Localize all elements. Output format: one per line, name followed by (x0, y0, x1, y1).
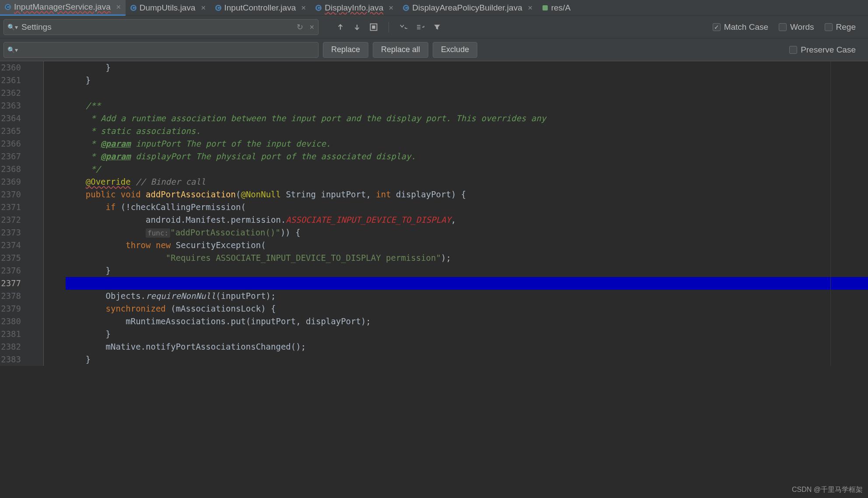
fold-column (26, 61, 44, 366)
find-toolbar (323, 22, 441, 32)
line-number: 2363 (0, 99, 21, 112)
code-line[interactable]: @Override // Binder call (66, 175, 868, 188)
filter-icon[interactable] (433, 23, 441, 32)
next-match-icon[interactable] (353, 23, 361, 32)
select-occurrences-icon[interactable] (416, 23, 425, 32)
java-file-icon: C (4, 4, 11, 11)
code-line[interactable]: /** (66, 99, 868, 112)
prev-match-icon[interactable] (336, 23, 345, 32)
close-tab-icon[interactable]: ✕ (525, 4, 533, 11)
code-line[interactable]: Objects.requireNonNull(inputPort); (66, 290, 868, 302)
tab-inputmanagerservice-java[interactable]: CInputManagerService.java✕ (0, 0, 126, 16)
code-editor[interactable]: 2360236123622363236423652366236723682369… (0, 61, 868, 366)
tab-res-a[interactable]: res/A (537, 0, 575, 16)
replace-input-box[interactable]: 🔍▾ (4, 42, 318, 58)
find-input-box[interactable]: 🔍▾ ↻ ✕ (4, 19, 318, 35)
line-number: 2362 (0, 87, 21, 99)
code-line[interactable]: synchronized (mAssociationsLock) { (66, 302, 868, 315)
code-line[interactable]: } (66, 61, 868, 74)
tab-displayareapolicybuilder-java[interactable]: CDisplayAreaPolicyBuilder.java✕ (398, 0, 537, 16)
svg-text:C: C (404, 5, 408, 11)
indent-guide-column (44, 61, 66, 366)
code-line[interactable]: } (66, 264, 868, 277)
code-line[interactable]: } (66, 74, 868, 87)
line-number: 2381 (0, 328, 21, 340)
svg-rect-12 (372, 25, 375, 29)
match-case-label: Match Case (724, 22, 768, 32)
preserve-case-label: Preserve Case (801, 45, 856, 55)
code-line[interactable]: "Requires ASSOCIATE_INPUT_DEVICE_TO_DISP… (66, 252, 868, 264)
code-line[interactable]: throw new SecurityException( (66, 239, 868, 252)
code-line[interactable]: } (66, 328, 868, 340)
replace-button[interactable]: Replace (323, 42, 368, 58)
search-icon: 🔍▾ (7, 46, 18, 53)
find-bar: 🔍▾ ↻ ✕ Match Case Words Rege (0, 16, 868, 39)
add-selection-icon[interactable] (399, 23, 408, 32)
code-line[interactable] (66, 277, 868, 290)
code-line[interactable]: */ (66, 163, 868, 175)
replace-all-button[interactable]: Replace all (373, 42, 428, 58)
right-margin-line (830, 61, 831, 366)
find-input[interactable] (21, 22, 293, 32)
java-file-icon: C (130, 4, 137, 11)
line-number: 2368 (0, 163, 21, 175)
java-file-icon: C (402, 4, 410, 11)
tab-label: InputController.java (224, 3, 296, 13)
line-number: 2365 (0, 125, 21, 137)
tab-label: DisplayAreaPolicyBuilder.java (412, 3, 522, 13)
code-line[interactable]: * static associations. (66, 125, 868, 137)
replace-input[interactable] (21, 45, 315, 55)
history-icon[interactable]: ↻ (297, 22, 303, 32)
words-check[interactable]: Words (779, 22, 814, 32)
close-tab-icon[interactable]: ✕ (198, 4, 206, 11)
search-icon: 🔍▾ (7, 24, 18, 31)
code-line[interactable] (66, 87, 868, 99)
checkbox-icon (825, 23, 833, 31)
svg-text:C: C (6, 4, 10, 10)
line-number: 2366 (0, 137, 21, 150)
replace-bar: 🔍▾ Replace Replace all Exclude Preserve … (0, 39, 868, 61)
select-all-icon[interactable] (369, 23, 378, 32)
line-number: 2379 (0, 302, 21, 315)
svg-text:C: C (217, 5, 220, 11)
checkbox-icon (713, 23, 721, 31)
code-line[interactable]: * @param displayPort The physical port o… (66, 150, 868, 163)
code-line[interactable]: * @param inputPort The port of the input… (66, 137, 868, 150)
regex-check[interactable]: Rege (825, 22, 856, 32)
line-number: 2374 (0, 239, 21, 252)
line-number: 2375 (0, 252, 21, 264)
code-line[interactable]: } (66, 353, 868, 366)
tab-displayinfo-java[interactable]: CDisplayInfo.java✕ (311, 0, 398, 16)
line-number: 2380 (0, 315, 21, 328)
exclude-button[interactable]: Exclude (433, 42, 477, 58)
code-line[interactable]: android.Manifest.permission.ASSOCIATE_IN… (66, 214, 868, 226)
line-number: 2361 (0, 74, 21, 87)
match-case-check[interactable]: Match Case (713, 22, 768, 32)
close-tab-icon[interactable]: ✕ (386, 4, 394, 11)
code-line[interactable]: mRuntimeAssociations.put(inputPort, disp… (66, 315, 868, 328)
clear-find-icon[interactable]: ✕ (307, 24, 315, 31)
code-line[interactable]: * Add a runtime association between the … (66, 112, 868, 125)
tab-dumputils-java[interactable]: CDumpUtils.java✕ (126, 0, 210, 16)
tab-inputcontroller-java[interactable]: CInputController.java✕ (210, 0, 311, 16)
line-number: 2377 (0, 277, 21, 290)
line-number: 2383 (0, 353, 21, 366)
close-tab-icon[interactable]: ✕ (113, 4, 121, 11)
code-area[interactable]: } } /** * Add a runtime association betw… (66, 61, 868, 366)
preserve-case-check[interactable]: Preserve Case (789, 45, 856, 55)
svg-text:C: C (317, 5, 320, 11)
code-line[interactable]: func:"addPortAssociation()")) { (66, 226, 868, 239)
code-line[interactable]: if (!checkCallingPermission( (66, 201, 868, 214)
close-tab-icon[interactable]: ✕ (298, 4, 306, 11)
xml-file-icon (542, 4, 549, 11)
line-number: 2367 (0, 150, 21, 163)
tab-label: res/A (551, 3, 570, 13)
java-file-icon: C (315, 4, 322, 11)
tab-label: InputManagerService.java (14, 2, 111, 12)
line-number: 2371 (0, 201, 21, 214)
line-number: 2360 (0, 61, 21, 74)
code-line[interactable]: public void addPortAssociation(@NonNull … (66, 188, 868, 201)
line-number: 2376 (0, 264, 21, 277)
code-line[interactable]: mNative.notifyPortAssociationsChanged(); (66, 340, 868, 353)
tab-label: DisplayInfo.java (325, 3, 383, 13)
